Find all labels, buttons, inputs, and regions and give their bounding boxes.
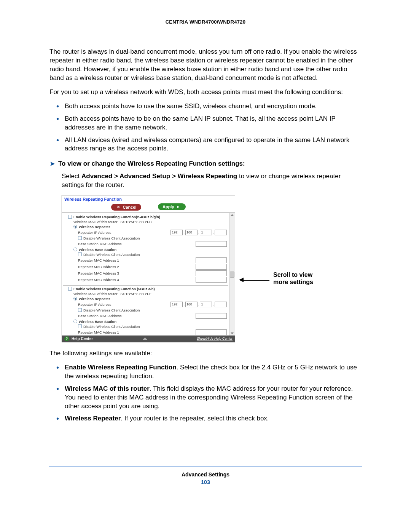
- disable-assoc-5-row[interactable]: Disable Wireless Client Association: [63, 308, 228, 313]
- disable-assoc-5-label: Disable Wireless Client Association: [83, 308, 227, 312]
- ip-octet-1[interactable]: 192: [170, 230, 183, 235]
- mac-5-row: Wireless MAC of this router : 84:1B:5E:8…: [63, 291, 228, 296]
- repeater-ip-24-label: Repeater IP Address: [78, 230, 170, 235]
- apply-label: Apply: [162, 204, 174, 210]
- help-icon[interactable]: ?: [64, 336, 69, 341]
- nav-path: Advanced > Advanced Setup > Wireless Rep…: [81, 173, 237, 180]
- page-footer: Advanced Settings 103: [0, 471, 411, 485]
- disable-assoc2-24-label: Disable Wireless Client Association: [83, 252, 227, 257]
- ip-octet-2[interactable]: 168: [185, 230, 198, 235]
- rmac3-24-row: Repeater MAC Address 3: [63, 270, 228, 276]
- procedure-heading: ➤ To view or change the Wireless Repeati…: [49, 160, 362, 168]
- enable-5ghz-row[interactable]: Enable Wireless Repeating Function (5GHz…: [63, 286, 228, 291]
- base-station-5-row[interactable]: Wireless Base Station: [63, 319, 228, 324]
- base-mac-24-input[interactable]: [196, 241, 227, 247]
- base-station-24-row[interactable]: Wireless Base Station: [63, 247, 228, 252]
- rmac-input[interactable]: [196, 270, 227, 276]
- rmac-label: Repeater MAC Address 1: [78, 330, 196, 334]
- ip-input-group[interactable]: 192. 168. 1.: [170, 302, 227, 307]
- ip-octet-4[interactable]: [215, 230, 227, 235]
- footer-section-name: Advanced Settings: [0, 471, 411, 478]
- procedure-title: To view or change the Wireless Repeating…: [58, 160, 245, 168]
- base-mac-5-label: Base Station MAC Address: [78, 314, 196, 318]
- rmac-label: Repeater MAC Address 2: [78, 265, 196, 269]
- radio-icon[interactable]: [73, 320, 77, 323]
- page-number: 103: [0, 479, 411, 485]
- checkbox-icon[interactable]: [78, 308, 82, 312]
- ip-octet-1[interactable]: 192: [170, 302, 183, 307]
- rmac-label: Repeater MAC Address 3: [78, 271, 196, 275]
- close-icon: ✕: [116, 204, 121, 210]
- scrollbar[interactable]: [229, 213, 235, 335]
- list-item: All LAN devices (wired and wireless comp…: [62, 136, 362, 153]
- radio-icon[interactable]: [73, 248, 77, 251]
- router-admin-panel: Wireless Repeating Function ✕ Cancel App…: [62, 195, 235, 342]
- panel-title: Wireless Repeating Function: [62, 195, 235, 202]
- rmac-input[interactable]: [196, 277, 227, 283]
- conditions-list: Both access points have to use the same …: [49, 102, 362, 153]
- list-item: Wireless Repeater. If your router is the…: [62, 414, 362, 423]
- mac-5-label: Wireless MAC of this router : 84:1B:5E:8…: [73, 292, 227, 296]
- repeater-5-row[interactable]: Wireless Repeater: [63, 296, 228, 301]
- cancel-label: Cancel: [123, 204, 136, 210]
- rmac1-5-row: Repeater MAC Address 1: [63, 329, 228, 335]
- disable-assoc-24-row[interactable]: Disable Wireless Client Association: [63, 236, 228, 241]
- list-item: Wireless MAC of this router. This field …: [62, 385, 362, 411]
- procedure-step: Select Advanced > Advanced Setup > Wirel…: [49, 172, 362, 190]
- ip-octet-3[interactable]: 1: [200, 302, 212, 307]
- mac-24-row: Wireless MAC of this router : 84:1B:5E:8…: [63, 219, 228, 224]
- play-icon: ▸: [176, 204, 181, 210]
- rmac-label: Repeater MAC Address 4: [78, 278, 196, 282]
- checkbox-icon[interactable]: [78, 324, 82, 328]
- setting-name: Enable Wireless Repeating Function: [65, 364, 177, 371]
- repeater-24-row[interactable]: Wireless Repeater: [63, 224, 228, 229]
- repeater-5-label: Wireless Repeater: [79, 297, 227, 301]
- rmac-input[interactable]: [196, 264, 227, 270]
- paragraph-1: The router is always in dual-band concur…: [49, 48, 362, 83]
- repeater-24-label: Wireless Repeater: [79, 225, 227, 229]
- radio-icon[interactable]: [73, 225, 77, 228]
- rmac2-24-row: Repeater MAC Address 2: [63, 264, 228, 270]
- disable-assoc-24-label: Disable Wireless Client Association: [83, 236, 227, 240]
- rmac1-24-row: Repeater MAC Address 1: [63, 257, 228, 264]
- base-station-5-label: Wireless Base Station: [79, 320, 227, 324]
- cancel-button[interactable]: ✕ Cancel: [111, 204, 141, 211]
- ip-octet-4[interactable]: [215, 302, 227, 307]
- paragraph-2: For you to set up a wireless network wit…: [49, 88, 362, 97]
- help-bar: ? Help Center Show/Hide Help Center: [62, 335, 235, 342]
- repeater-ip-24-row: Repeater IP Address 192. 168. 1.: [63, 229, 228, 236]
- ip-input-group[interactable]: 192. 168. 1.: [170, 230, 227, 235]
- show-hide-help-link[interactable]: Show/Hide Help Center: [197, 337, 233, 340]
- ip-octet-3[interactable]: 1: [200, 230, 212, 235]
- rmac4-24-row: Repeater MAC Address 4: [63, 276, 228, 283]
- base-station-24-label: Wireless Base Station: [79, 248, 227, 252]
- disable-assoc2-5-row[interactable]: Disable Wireless Client Association: [63, 324, 228, 329]
- rmac-input[interactable]: [196, 329, 227, 335]
- ip-octet-2[interactable]: 168: [185, 302, 198, 307]
- base-mac-5-row: Base Station MAC Address: [63, 313, 228, 319]
- checkbox-icon[interactable]: [78, 252, 82, 256]
- list-item: Both access points have to use the same …: [62, 102, 362, 111]
- base-mac-5-input[interactable]: [196, 313, 227, 319]
- disable-assoc2-24-row[interactable]: Disable Wireless Client Association: [63, 252, 228, 257]
- enable-24ghz-row[interactable]: Enable Wireless Repeating Function(2.4GH…: [63, 214, 228, 219]
- scrollbar-thumb[interactable]: [230, 272, 234, 278]
- repeater-ip-5-row: Repeater IP Address 192. 168. 1.: [63, 301, 228, 308]
- chevron-right-icon: ➤: [49, 160, 55, 168]
- doc-header: CENTRIA WNDR4700/WNDR4720: [49, 19, 362, 25]
- rmac-input[interactable]: [196, 257, 227, 263]
- paragraph-3: The following settings are available:: [49, 349, 362, 358]
- checkbox-icon[interactable]: [78, 236, 82, 240]
- rmac-label: Repeater MAC Address 1: [78, 258, 196, 262]
- setting-name: Wireless Repeater: [65, 415, 121, 422]
- disable-assoc2-5-label: Disable Wireless Client Association: [83, 324, 227, 329]
- checkbox-icon[interactable]: [68, 215, 72, 219]
- caret-up-icon[interactable]: [142, 337, 148, 340]
- radio-icon[interactable]: [73, 297, 77, 300]
- base-mac-24-row: Base Station MAC Address: [63, 241, 228, 247]
- base-mac-24-label: Base Station MAC Address: [78, 242, 196, 246]
- footer-divider: [49, 466, 362, 467]
- setting-desc: . If your router is the repeater, select…: [121, 415, 269, 422]
- apply-button[interactable]: Apply ▸: [158, 203, 186, 210]
- checkbox-icon[interactable]: [68, 287, 72, 291]
